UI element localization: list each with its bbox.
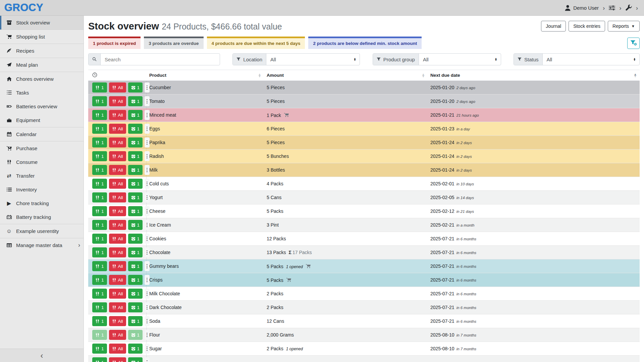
consume-all-button[interactable]: All — [109, 220, 126, 230]
consume-all-button[interactable]: All — [109, 357, 126, 362]
sliders-icon[interactable] — [609, 5, 615, 11]
consume-all-button[interactable]: All — [109, 179, 126, 189]
sidebar-item-meal-plan[interactable]: Meal plan — [0, 58, 84, 72]
consume-one-button[interactable]: 1 — [92, 234, 107, 244]
consume-one-button[interactable]: 1 — [92, 165, 107, 175]
consume-one-button[interactable]: 1 — [92, 151, 107, 161]
consume-all-button[interactable]: All — [109, 330, 126, 340]
product-name[interactable]: Radish — [147, 154, 264, 159]
open-one-button[interactable]: 1 — [128, 206, 143, 216]
open-one-button[interactable]: 1 — [128, 247, 143, 257]
product-name[interactable]: Dark Chocolate — [147, 305, 264, 310]
sidebar-item-chores-overview[interactable]: Chores overview — [0, 72, 84, 86]
product-name[interactable]: Milk — [147, 167, 264, 173]
product-name[interactable]: Cheese — [147, 208, 264, 214]
open-one-button[interactable]: 1 — [128, 192, 143, 202]
consume-one-button[interactable]: 1 — [92, 316, 107, 326]
consume-all-button[interactable]: All — [109, 124, 126, 134]
open-one-button[interactable]: 1 — [128, 344, 143, 354]
product-name[interactable]: Eggs — [147, 126, 264, 131]
sidebar-item-consume[interactable]: Consume — [0, 155, 84, 169]
open-one-button[interactable]: 1 — [128, 261, 143, 271]
product-name[interactable]: Crisps — [147, 277, 264, 283]
consume-all-button[interactable]: All — [109, 289, 126, 299]
consume-all-button[interactable]: All — [109, 151, 126, 161]
product-name[interactable]: Sugar — [147, 346, 264, 351]
product-name[interactable]: Chocolate — [147, 250, 264, 255]
consume-one-button[interactable]: 1 — [92, 82, 107, 93]
column-header-due-date[interactable]: Next due date ▲▼ — [428, 70, 640, 80]
consume-all-button[interactable]: All — [109, 261, 126, 271]
sidebar-item-transfer[interactable]: ⇄Transfer — [0, 169, 84, 183]
consume-all-button[interactable]: All — [109, 247, 126, 257]
journal-button[interactable]: Journal — [541, 21, 566, 32]
product-name[interactable]: Tomato — [147, 99, 264, 104]
alert-expired[interactable]: 1 product is expired — [88, 37, 141, 49]
product-name[interactable]: Soda — [147, 318, 264, 324]
product-name[interactable]: Cold cuts — [147, 181, 264, 186]
consume-all-button[interactable]: All — [109, 192, 126, 202]
open-one-button[interactable]: 1 — [128, 179, 143, 189]
sidebar-item-example-userentity[interactable]: ☺Example userentity — [0, 224, 84, 238]
wrench-icon[interactable] — [626, 5, 632, 11]
sidebar-item-chore-tracking[interactable]: ▶Chore tracking — [0, 196, 84, 210]
consume-one-button[interactable]: 1 — [92, 137, 107, 147]
column-header-product[interactable]: Product ▲▼ — [147, 70, 264, 80]
product-name[interactable]: Flour — [147, 332, 264, 338]
product-name[interactable]: Milk Chocolate — [147, 291, 264, 296]
consume-one-button[interactable]: 1 — [92, 179, 107, 189]
open-one-button[interactable]: 1 — [128, 151, 143, 161]
open-one-button[interactable]: 1 — [128, 110, 143, 120]
open-one-button[interactable]: 1 — [128, 275, 143, 285]
consume-one-button[interactable]: 1 — [92, 192, 107, 202]
consume-all-button[interactable]: All — [109, 110, 126, 120]
consume-all-button[interactable]: All — [109, 316, 126, 326]
consume-one-button[interactable]: 1 — [92, 330, 107, 340]
alert-due-soon[interactable]: 4 products are due within the next 5 day… — [207, 37, 305, 49]
open-one-button[interactable]: 1 — [128, 330, 143, 340]
consume-one-button[interactable]: 1 — [92, 124, 107, 134]
alert-below-min[interactable]: 2 products are below defined min. stock … — [308, 37, 422, 49]
sidebar-item-recipes[interactable]: Recipes — [0, 44, 84, 58]
open-one-button[interactable]: 1 — [128, 124, 143, 134]
product-group-select[interactable]: All▴▾ — [419, 54, 501, 65]
open-one-button[interactable]: 1 — [128, 316, 143, 326]
consume-one-button[interactable]: 1 — [92, 220, 107, 230]
consume-all-button[interactable]: All — [109, 302, 126, 312]
product-name[interactable]: Cookies — [147, 236, 264, 241]
product-name[interactable]: Yogurt — [147, 195, 264, 200]
clear-filter-button[interactable] — [627, 38, 640, 49]
chevron-right-icon[interactable]: › — [603, 5, 605, 11]
column-header-amount[interactable]: Amount ▲▼ — [264, 70, 428, 80]
sidebar-item-calendar[interactable]: Calendar — [0, 127, 84, 141]
sidebar-item-inventory[interactable]: Inventory — [0, 183, 84, 196]
consume-all-button[interactable]: All — [109, 206, 126, 216]
sidebar-collapse-button[interactable]: ‹ — [0, 349, 84, 362]
sidebar-item-purchase[interactable]: Purchase — [0, 141, 84, 155]
product-name[interactable]: Ice Cream — [147, 222, 264, 228]
sidebar-item-manage-master-data[interactable]: Manage master data› — [0, 238, 84, 252]
consume-all-button[interactable]: All — [109, 165, 126, 175]
consume-all-button[interactable]: All — [109, 137, 126, 147]
open-one-button[interactable]: 1 — [128, 96, 143, 106]
consume-all-button[interactable]: All — [109, 344, 126, 354]
product-name[interactable]: Minced meat — [147, 112, 264, 118]
stock-entries-button[interactable]: Stock entries — [569, 21, 605, 32]
consume-all-button[interactable]: All — [109, 96, 126, 106]
open-one-button[interactable]: 1 — [128, 234, 143, 244]
sidebar-item-battery-tracking[interactable]: Battery tracking — [0, 210, 84, 224]
chevron-right-icon[interactable]: › — [619, 5, 621, 11]
consume-all-button[interactable]: All — [109, 275, 126, 285]
alert-overdue[interactable]: 3 products are overdue — [144, 37, 203, 49]
consume-all-button[interactable]: All — [109, 82, 126, 93]
user-menu[interactable]: Demo User — [565, 5, 599, 11]
consume-one-button[interactable]: 1 — [92, 357, 107, 362]
sidebar-item-equipment[interactable]: Equipment — [0, 113, 84, 127]
open-one-button[interactable]: 1 — [128, 302, 143, 312]
consume-one-button[interactable]: 1 — [92, 110, 107, 120]
product-name[interactable]: Gummy bears — [147, 263, 264, 269]
open-one-button[interactable]: 1 — [128, 82, 143, 93]
chevron-right-icon[interactable]: › — [636, 5, 638, 11]
consume-one-button[interactable]: 1 — [92, 206, 107, 216]
consume-one-button[interactable]: 1 — [92, 344, 107, 354]
